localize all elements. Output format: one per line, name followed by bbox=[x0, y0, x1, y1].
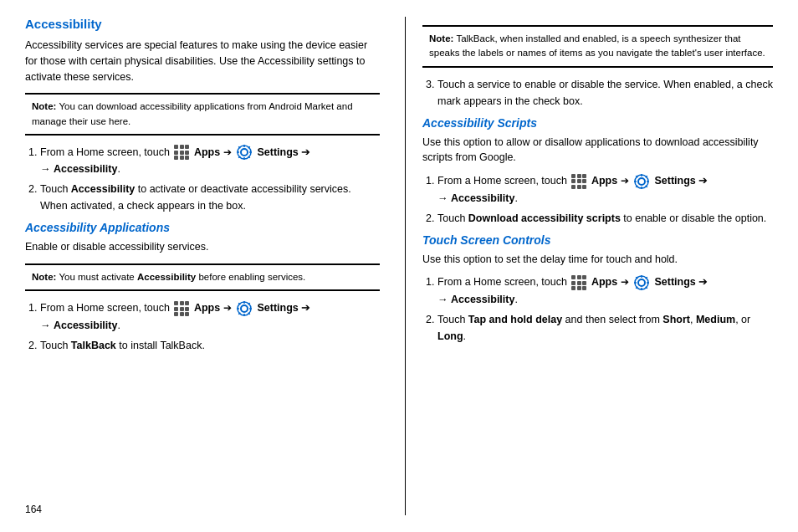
section1-desc: Enable or disable accessibility services… bbox=[25, 239, 380, 255]
bold-tap-hold: Tap and hold delay bbox=[468, 314, 562, 325]
arrow-accessibility-2: → bbox=[40, 320, 54, 331]
settings-label-1: Settings bbox=[257, 146, 298, 158]
arrow-1: ➔ bbox=[223, 146, 234, 158]
left-column: Accessibility Accessibility services are… bbox=[25, 17, 380, 515]
bold-short: Short bbox=[662, 314, 690, 325]
arrow-7: ➔ bbox=[621, 276, 632, 288]
step-2-2: Touch TalkBack to install TalkBack. bbox=[40, 337, 380, 354]
arrow-3: ➔ bbox=[223, 302, 234, 314]
svg-point-4 bbox=[638, 178, 645, 185]
bold-long: Long bbox=[437, 330, 463, 342]
note-label-1: Note: bbox=[32, 101, 56, 111]
apps-grid-icon-2 bbox=[174, 301, 189, 316]
settings-icon-4 bbox=[633, 274, 650, 291]
section-title-1: Accessibility Applications bbox=[25, 221, 380, 234]
note-text-2a: You must activate bbox=[56, 272, 137, 282]
settings-label-2: Settings bbox=[257, 302, 298, 314]
arrow-2: ➔ bbox=[301, 146, 310, 158]
steps-list-4: From a Home screen, touch Apps ➔ bbox=[437, 274, 773, 345]
accessibility-label-2: Accessibility bbox=[54, 320, 117, 331]
apps-icon-group-2 bbox=[172, 301, 191, 316]
apps-icon-group-3 bbox=[570, 174, 588, 189]
arrow-accessibility-4: → bbox=[437, 294, 451, 305]
bold-medium: Medium bbox=[696, 314, 735, 325]
note-text-2b: before enabling services. bbox=[196, 272, 305, 282]
arrow-accessibility-3: → bbox=[437, 192, 451, 204]
arrow-8: ➔ bbox=[698, 276, 708, 288]
section3-desc: Use this option to set the delay time fo… bbox=[422, 252, 773, 268]
arrow-6: ➔ bbox=[698, 175, 708, 187]
apps-icon-group-4 bbox=[570, 275, 588, 290]
apps-label-3: Apps bbox=[591, 175, 617, 187]
svg-point-2 bbox=[241, 305, 248, 312]
step-4-1: From a Home screen, touch Apps ➔ bbox=[437, 274, 773, 308]
step-2-1: From a Home screen, touch Apps ➔ bbox=[40, 299, 380, 334]
note-text-1: You can download accessibility applicati… bbox=[32, 101, 353, 125]
step-1-2: Touch Accessibility to activate or deact… bbox=[40, 181, 380, 214]
settings-icon-1 bbox=[236, 144, 253, 161]
note-box-1: Note: You can download accessibility app… bbox=[25, 93, 380, 136]
steps-list-1: From a Home screen, touch Apps ➔ bbox=[40, 144, 380, 215]
note-label-2: Note: bbox=[32, 272, 56, 282]
steps-list-3: From a Home screen, touch Apps ➔ bbox=[437, 172, 773, 227]
step-3-list: Touch a service to enable or disable the… bbox=[437, 76, 773, 110]
note-bold-2: Accessibility bbox=[137, 272, 196, 282]
settings-icon-2 bbox=[236, 300, 253, 317]
page-wrapper: Accessibility Accessibility services are… bbox=[0, 0, 798, 532]
intro-text: Accessibility services are special featu… bbox=[25, 38, 380, 84]
section-title-2: Accessibility Scripts bbox=[422, 116, 773, 130]
svg-point-7 bbox=[635, 276, 648, 289]
step-3-1: From a Home screen, touch Apps ➔ bbox=[437, 172, 773, 207]
right-column: Note: TalkBack, when installed and enabl… bbox=[405, 17, 773, 515]
step-3: Touch a service to enable or disable the… bbox=[437, 76, 773, 110]
page-number: 164 bbox=[25, 504, 42, 515]
apps-label-2: Apps bbox=[194, 302, 220, 314]
bold-download-scripts: Download accessibility scripts bbox=[468, 212, 621, 224]
apps-grid-icon-3 bbox=[571, 174, 586, 189]
step-1-1: From a Home screen, touch Apps ➔ bbox=[40, 144, 380, 178]
section2-desc: Use this option to allow or disallow app… bbox=[422, 135, 773, 166]
bold-accessibility-1: Accessibility bbox=[71, 183, 135, 195]
bold-talkback: TalkBack bbox=[71, 340, 116, 351]
arrow-accessibility-1: → bbox=[40, 163, 54, 175]
svg-point-3 bbox=[238, 302, 251, 315]
svg-point-1 bbox=[238, 146, 251, 159]
svg-point-5 bbox=[635, 175, 648, 188]
accessibility-label-4: Accessibility bbox=[451, 294, 514, 305]
svg-point-0 bbox=[241, 149, 248, 156]
page-content: Accessibility Accessibility services are… bbox=[0, 0, 798, 532]
note-box-top: Note: TalkBack, when installed and enabl… bbox=[422, 25, 773, 68]
section-title-3: Touch Screen Controls bbox=[422, 233, 773, 247]
accessibility-label-3: Accessibility bbox=[451, 192, 514, 204]
settings-label-4: Settings bbox=[654, 276, 695, 288]
step-4-2: Touch Tap and hold delay and then select… bbox=[437, 311, 773, 345]
apps-grid-icon-1 bbox=[174, 145, 189, 160]
svg-point-6 bbox=[638, 279, 645, 286]
step-3-2: Touch Download accessibility scripts to … bbox=[437, 210, 773, 227]
note-label-top: Note: bbox=[429, 33, 453, 43]
apps-label-1: Apps bbox=[194, 146, 220, 158]
apps-icon-group-1 bbox=[172, 145, 191, 160]
arrow-4: ➔ bbox=[301, 302, 310, 314]
note-text-top: TalkBack, when installed and enabled, is… bbox=[429, 33, 765, 58]
settings-icon-3 bbox=[633, 173, 650, 190]
arrow-5: ➔ bbox=[621, 175, 632, 187]
note-box-2: Note: You must activate Accessibility be… bbox=[25, 263, 380, 291]
apps-label-4: Apps bbox=[591, 276, 617, 288]
accessibility-label-1: Accessibility bbox=[54, 163, 117, 175]
main-title: Accessibility bbox=[25, 17, 380, 31]
steps-list-2: From a Home screen, touch Apps ➔ bbox=[40, 299, 380, 354]
apps-grid-icon-4 bbox=[571, 275, 586, 290]
settings-label-3: Settings bbox=[654, 175, 695, 187]
